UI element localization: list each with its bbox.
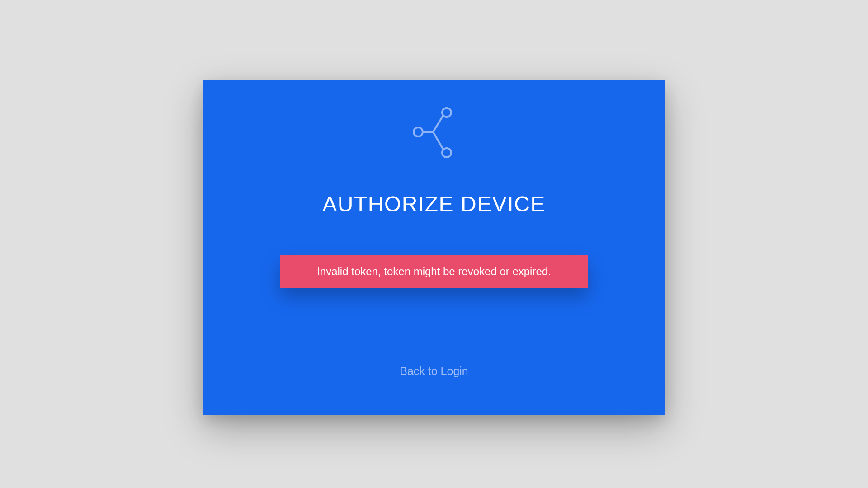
authorize-device-card: AUTHORIZE DEVICE Invalid token, token mi… (203, 80, 665, 415)
error-message: Invalid token, token might be revoked or… (280, 255, 588, 288)
svg-point-0 (414, 127, 423, 136)
back-to-login-link[interactable]: Back to Login (400, 365, 468, 378)
svg-point-1 (442, 108, 451, 117)
svg-point-2 (442, 148, 451, 157)
svg-line-4 (433, 116, 443, 132)
page-title: AUTHORIZE DEVICE (322, 192, 545, 216)
share-network-icon (407, 106, 461, 160)
svg-line-5 (433, 132, 443, 149)
